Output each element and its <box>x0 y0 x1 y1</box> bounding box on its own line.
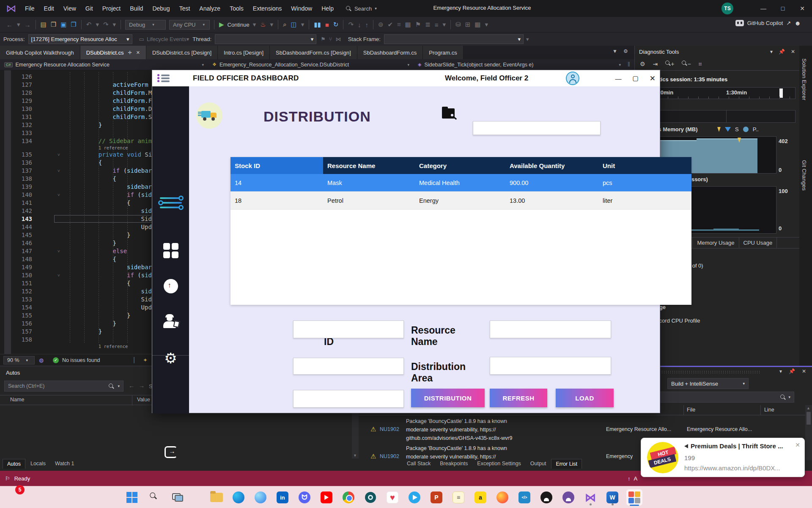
user-avatar-icon[interactable] <box>566 72 579 85</box>
fold-chevron-icon[interactable]: ˅ <box>58 167 60 175</box>
app-close-button[interactable]: ✕ <box>650 74 656 83</box>
notification-close-icon[interactable]: ✕ <box>795 442 800 448</box>
tab-options-gear-icon[interactable]: ⚙ <box>623 48 628 54</box>
outline-icon[interactable]: ≡ <box>433 20 441 29</box>
split-editor-icon[interactable]: ⫼ <box>628 61 630 68</box>
taskbar-start-icon[interactable] <box>124 489 140 505</box>
table-header-stock-id[interactable]: Stock ID <box>230 157 323 174</box>
table-header-category[interactable]: Category <box>415 157 505 174</box>
fold-chevron-icon[interactable]: ˅ <box>58 191 60 199</box>
find-in-files-icon[interactable]: ⌕ <box>281 20 288 29</box>
distribution-button[interactable]: DISTRIBUTION <box>411 389 485 407</box>
menu-test[interactable]: Test <box>175 3 195 14</box>
diag-tab-memory-usage[interactable]: Memory Usage <box>693 237 739 248</box>
notification-bell-icon[interactable]: ⚐ <box>5 475 10 482</box>
diag-tab-cpu-usage[interactable]: CPU Usage <box>739 237 777 248</box>
hot-reload-flame-icon[interactable]: ♨ <box>258 20 268 29</box>
column-name[interactable]: Name <box>10 397 102 403</box>
caret-icon[interactable]: ▾ <box>268 20 276 29</box>
taskbar-github-icon[interactable] <box>538 489 554 505</box>
events-swimlane[interactable] <box>637 110 796 123</box>
taskbar-search-icon[interactable] <box>147 489 163 505</box>
account-avatar[interactable]: TS <box>721 3 733 14</box>
panel-tab-error-list[interactable]: Error List <box>551 459 582 469</box>
pin-icon[interactable]: 📌 <box>789 368 795 374</box>
distribution-area-input[interactable] <box>490 357 611 375</box>
taskbar-running-app-icon[interactable] <box>626 489 642 505</box>
taskbar-word-icon[interactable]: W <box>604 489 620 505</box>
tab-intro-cs-design-[interactable]: Intro.cs [Design] <box>218 46 270 59</box>
tab-dsubdistrict-cs-design-[interactable]: DSubDistrict.cs [Design] <box>146 46 218 59</box>
sidebar-sliders-icon[interactable] <box>152 194 189 211</box>
menu-tools[interactable]: Tools <box>225 3 248 14</box>
menu-window[interactable]: Window <box>286 3 317 14</box>
share-icon[interactable]: ↗ <box>786 20 791 26</box>
taskbar-vscode-icon[interactable]: </> <box>516 489 532 505</box>
close-icon[interactable]: ✕ <box>791 49 795 55</box>
close-icon[interactable]: ✕ <box>136 50 140 55</box>
bookmark-icon[interactable]: ⚑ <box>413 20 423 29</box>
caret-icon[interactable]: ▾ <box>441 20 448 29</box>
menu-edit[interactable]: Edit <box>39 3 59 14</box>
panel-tab-autos[interactable]: Autos <box>3 459 25 469</box>
taskbar-camera-icon[interactable] <box>362 489 379 505</box>
taskbar-health-icon[interactable]: ♥ <box>384 489 401 505</box>
menu-view[interactable]: View <box>59 3 81 14</box>
autos-search-input[interactable]: Search (Ctrl+E) ▾ <box>4 381 123 392</box>
taskbar-amazon-icon[interactable]: a <box>472 489 488 505</box>
stop-icon[interactable]: ■ <box>323 20 331 29</box>
caret-icon[interactable]: ▾ <box>111 20 118 29</box>
zoom-in-icon[interactable]: + <box>665 61 674 68</box>
error-list-scrollbar[interactable]: ▲ <box>805 405 812 460</box>
process-dropdown[interactable]: [17276] Emergency Resource Alloc▾ <box>28 34 132 44</box>
zoom-out-icon[interactable]: − <box>682 61 691 68</box>
fold-chevron-icon[interactable]: ˅ <box>58 247 60 255</box>
threads-icon[interactable]: ⑂ <box>329 36 332 42</box>
table-row[interactable]: 18PetrolEnergy13.00liter <box>230 192 691 210</box>
tab-sbdashboardform-cs[interactable]: SbDashboardForm.cs <box>357 46 423 59</box>
quantity-input[interactable] <box>293 390 404 408</box>
load-button[interactable]: LOAD <box>556 389 614 407</box>
panel-tab-breakpoints[interactable]: Breakpoints <box>436 459 472 469</box>
folder-search-icon[interactable] <box>442 106 459 121</box>
window-lay-icon[interactable]: ◫ <box>289 20 299 29</box>
maximize-button[interactable]: □ <box>773 0 793 17</box>
table-header-unit[interactable]: Unit <box>598 157 691 174</box>
stock-id-input[interactable] <box>293 320 404 338</box>
lightbulb-icon[interactable]: ◍ <box>39 357 44 363</box>
caret-icon[interactable]: ▾ <box>93 20 101 29</box>
stack-frame-dropdown[interactable]: ▾ <box>384 34 524 44</box>
continue-play-icon[interactable]: ▶ <box>217 20 226 29</box>
close-icon[interactable]: ✕ <box>802 368 806 374</box>
tab-git-changes[interactable]: Git Changes <box>801 160 807 190</box>
method-dropdown[interactable]: ◈ SidebarSlide_Tick(object sender, Event… <box>414 62 625 68</box>
close-button[interactable]: ✕ <box>793 0 812 17</box>
panel-menu-icon[interactable]: ▾ <box>779 368 782 374</box>
panel-tab-output[interactable]: Output <box>526 459 551 469</box>
panel-menu-icon[interactable]: ▾ <box>770 49 773 55</box>
tab-list-dropdown-icon[interactable]: ▼ <box>612 48 617 54</box>
table-row[interactable]: 14MaskMedical Health900.00pcs <box>230 174 691 192</box>
unlink-icon[interactable]: ⋈ <box>336 36 341 42</box>
menu-analyze[interactable]: Analyze <box>195 3 225 14</box>
configuration-dropdown[interactable]: Debug▾ <box>125 20 166 30</box>
person-icon[interactable]: ☻ <box>794 19 801 27</box>
taskbar-copilot-icon[interactable] <box>252 489 269 505</box>
zoom-dropdown[interactable]: 90 %▾ <box>3 356 35 364</box>
taskbar-visual-studio-icon[interactable]: ⋈ <box>582 489 598 505</box>
source-control-label[interactable]: A <box>634 475 638 482</box>
flag-icon[interactable]: ⚑ <box>321 36 326 42</box>
tab-dsubdistrict-cs[interactable]: DSubDistrict.cs✛✕ <box>80 46 146 59</box>
table-icon[interactable]: ⊞ <box>463 20 473 29</box>
continue-label[interactable]: Continue <box>226 22 251 28</box>
save-all-icon[interactable]: ❒ <box>69 20 78 29</box>
caret-icon[interactable]: ▾ <box>15 20 22 29</box>
taskbar-chrome-icon[interactable] <box>340 489 357 505</box>
spell-check-icon[interactable]: ✔ <box>386 20 395 29</box>
taskbar-telegram-icon[interactable] <box>406 489 422 505</box>
sql-icon[interactable]: ⛁ <box>453 20 463 29</box>
pause-icon[interactable]: ▮▮ <box>312 20 323 29</box>
snippet-icon[interactable]: ⌗ <box>395 20 403 29</box>
platform-dropdown[interactable]: Any CPU▾ <box>169 20 210 30</box>
autos-nav-arrows[interactable]: ←→ <box>129 382 149 389</box>
